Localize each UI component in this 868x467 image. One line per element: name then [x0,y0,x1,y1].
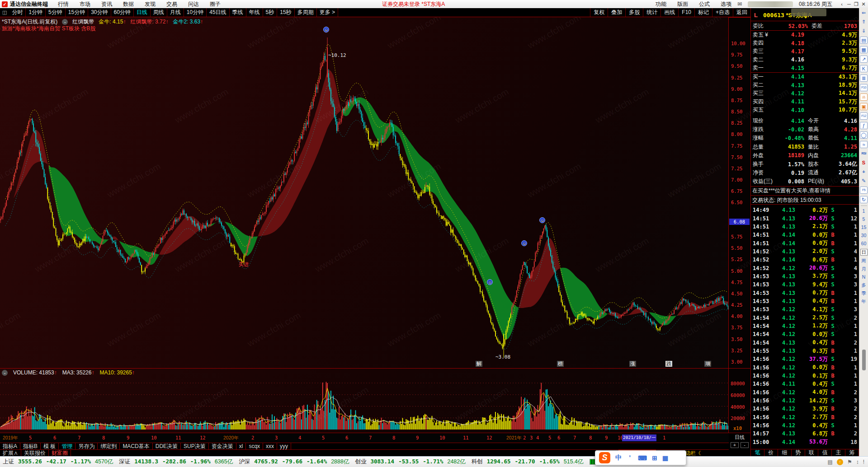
layout-split-icon[interactable]: ◫ [2,9,7,15]
tick-row[interactable]: 14:534.130.7万B1 [751,289,859,297]
bottom-tab-指标A[interactable]: 指标A [0,443,20,449]
event-marker-解[interactable]: 解 [476,361,482,367]
bid-row-4[interactable]: 买四4.1115.7万 [751,98,859,106]
period-tab-15分钟[interactable]: 15分钟 [66,8,88,17]
panel-tab-价[interactable]: 价 [764,449,778,456]
info-list-icon[interactable]: ≣ [860,75,868,82]
tick-row[interactable]: 14:534.130.4万B1 [751,297,859,305]
tool-统计[interactable]: 统计 [643,8,660,17]
period-tab-10分钟[interactable]: 10分钟 [184,8,207,17]
tick-row[interactable]: 14:534.124.1万S3 [751,305,859,313]
restore-button[interactable]: ❐ [853,1,860,7]
strip-period-多[interactable]: 多 [861,282,866,288]
menu-选项[interactable]: 选项 [721,0,731,8]
f5-icon[interactable]: F5 [860,187,868,194]
bottom-tab-xxx[interactable]: xxx [263,443,277,449]
strip-period-周[interactable]: 周 [861,258,866,264]
up-arrow-icon[interactable]: ⇑ [860,19,868,25]
period-tab-季线[interactable]: 季线 [230,8,246,17]
bottom-tab-财富圈[interactable]: 财富圈 [49,450,71,456]
index-上证[interactable]: 上证3555.26-42.17-1.17%4570亿 [3,458,113,466]
sogou-input-popup[interactable]: S中＇⌨⊞▦ [595,450,686,465]
tick-row[interactable]: 14:514.1320.6万S12 [751,214,859,222]
tick-row[interactable]: 14:514.132.1万S1 [751,223,859,231]
bottom-tab-绑定到[interactable]: 绑定到 [98,443,120,449]
sogou-tool-icon-1[interactable]: ＇ [627,454,633,462]
event-marker-榜[interactable]: 榜 [557,361,564,367]
menu-问达[interactable]: 问达 [188,0,199,8]
period-tab-多周期[interactable]: 多周期 [295,8,317,17]
tick-row[interactable]: 14:524.140.6万B1 [751,256,859,264]
tool-+自选[interactable]: +自选 [712,8,733,17]
tick-row[interactable]: 14:564.123.9万B2 [751,405,859,413]
tick-row[interactable]: 14:564.120.0万B1 [751,364,859,372]
menu-资讯[interactable]: 资讯 [101,0,112,8]
period-tab-年线[interactable]: 年线 [246,8,263,17]
tick-row[interactable]: 14:564.120.4万S1 [751,421,859,430]
trend-chart-icon[interactable]: ↗ [860,56,868,63]
menu-功能[interactable]: 功能 [656,0,666,8]
strip-period-60[interactable]: 60 [861,241,867,247]
period-tab-月线[interactable]: 月线 [167,8,184,17]
clipboard-icon[interactable]: ▣ [860,103,868,110]
bottom-tab-DDE决策[interactable]: DDE决策 [153,443,181,449]
tick-row[interactable]: 14:514.140.0万B1 [751,231,859,239]
close-button[interactable]: ✕ [860,1,867,7]
event-marker-跌[interactable]: 跌 [665,361,672,367]
panel-tab-主[interactable]: 主 [832,449,845,456]
collapse-button[interactable]: ‹ [838,1,845,7]
period-tab-15秒[interactable]: 15秒 [277,8,294,17]
menu-交易[interactable]: 交易 [166,0,177,8]
bottom-tab-yyy[interactable]: yyy [277,443,291,449]
tick-row[interactable]: 14:544.120.0万S1 [751,330,859,338]
tool-复权[interactable]: 复权 [590,8,608,17]
period-tab-5分钟[interactable]: 5分钟 [46,8,66,17]
back-arrow-icon[interactable]: ⇐ [860,9,868,16]
tick-row[interactable]: 14:564.1214.2万S3 [751,397,859,405]
down-arrow-icon[interactable]: ⇓ [860,28,868,34]
tool-返回[interactable]: 返回 [733,8,750,17]
panel-tab-细[interactable]: 细 [778,449,792,456]
tick-row[interactable]: 15:004.1453.6万18 [751,438,859,446]
tick-row[interactable]: 14:564.1237.5万S19 [751,355,859,363]
period-tab-日线[interactable]: 日线 [134,8,151,17]
tick-row[interactable]: 14:564.122.7万B2 [751,413,859,421]
bid-row-3[interactable]: 买三4.1214.1万 [751,89,859,98]
bottom-tab-MACD基本[interactable]: MACD基本 [120,443,152,449]
block-tree-icon[interactable]: 品 [860,93,868,101]
strip-period-5[interactable]: 5 [863,216,865,222]
period-tab-更多 >[interactable]: 更多 > [317,8,338,17]
tool-标记[interactable]: 标记 [694,8,712,17]
strip-period-15[interactable]: 15 [861,224,867,230]
ask-row-3[interactable]: 卖三4.179.5万 [751,47,859,56]
menu-行情[interactable]: 行情 [58,0,69,8]
sogou-tool-icon-4[interactable]: ▦ [662,454,668,462]
connection-icon[interactable]: ↕ [856,459,859,465]
s-tool-icon[interactable]: S [860,159,868,166]
tick-row[interactable]: 14:534.139.4万S3 [751,280,859,289]
main-chart-area[interactable]: *ST东海A(日线.前复权)⌄红绸飘带金牛: 4.15↑红绸飘带: 3.72↑金… [0,17,729,368]
tick-row[interactable]: 14:514.140.0万B1 [751,239,859,247]
ask-row-5[interactable]: 卖五 ¥4.194.9万 [751,31,859,39]
big-order-message[interactable]: 在买盘***位置有大买单,查看详情 [751,186,859,195]
tick-row[interactable]: 14:544.121.2万S1 [751,322,859,330]
mail-icon[interactable]: ✉ [737,1,742,7]
strip-period-年[interactable]: 年 [861,299,866,304]
tick-row[interactable]: 14:534.133.7万S3 [751,272,859,280]
notes-icon[interactable]: ▤ [828,459,833,465]
upgrade-icon[interactable]: ↑ [837,459,843,465]
tick-row[interactable]: 14:574.136.8万B2 [751,430,859,438]
period-tab-30分钟[interactable]: 30分钟 [88,8,111,17]
tool-多股[interactable]: 多股 [625,8,643,17]
ask-row-1[interactable]: 卖一4.156.7万 [751,64,859,72]
sogou-tool-icon-3[interactable]: ⊞ [652,454,657,462]
index-创业[interactable]: 创业3083.14-53.55-1.71%2482亿 [355,458,465,466]
tool-画线[interactable]: 画线 [660,8,678,17]
tool-F10[interactable]: F10 [678,8,694,17]
zoom-in-button[interactable]: + [731,442,739,448]
volume-pane[interactable]: ⌄VOLUME: 41853↑MA3: 35226↑MA10: 39265↑ [0,368,729,433]
bottom-tab-指标B[interactable]: 指标B [20,443,41,449]
bottom-tab-管理[interactable]: 管理 [59,443,75,449]
f12-icon[interactable]: F12 [860,112,868,120]
volume-chart[interactable] [0,369,729,433]
